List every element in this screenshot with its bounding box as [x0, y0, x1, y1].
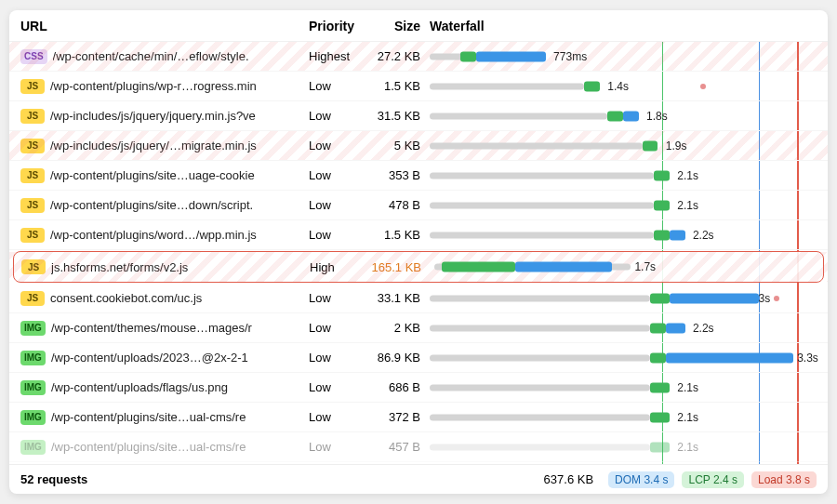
- resource-type-badge: IMG: [20, 410, 46, 425]
- table-row[interactable]: IMG/wp-content/uploads/flags/us.pngLow68…: [9, 373, 828, 403]
- size-cell: 1.5 KB: [365, 228, 430, 242]
- priority-cell: Low: [309, 139, 365, 153]
- waterfall-panel: URL Priority Size Waterfall CSS/wp-conte…: [9, 10, 828, 494]
- priority-cell: Low: [309, 168, 365, 182]
- size-cell: 353 B: [365, 168, 430, 182]
- resource-url: /wp-includes/js/jquery/…migrate.min.js: [50, 139, 257, 153]
- priority-cell: Low: [309, 410, 365, 424]
- waterfall-cell: 2.1s: [430, 161, 817, 190]
- size-cell: 1.5 KB: [365, 79, 430, 93]
- priority-cell: Low: [309, 79, 365, 93]
- size-cell: 372 B: [365, 410, 430, 424]
- priority-cell: High: [310, 260, 365, 274]
- render-block-dot: [774, 296, 779, 301]
- timing-label: 2.1s: [677, 381, 698, 394]
- resource-type-badge: JS: [20, 168, 45, 183]
- size-cell: 86.9 KB: [365, 351, 430, 365]
- table-row[interactable]: JSjs.hsforms.net/forms/v2.jsHigh165.1 KB…: [13, 251, 824, 283]
- waterfall-cell: 1.4s: [430, 72, 817, 100]
- waterfall-cell: 2.2s: [430, 313, 817, 342]
- resource-url: /wp-content/uploads/flags/us.png: [51, 380, 228, 394]
- timing-label: 3.3s: [797, 351, 818, 365]
- lcp-pill: LCP 2.4 s: [682, 471, 743, 488]
- resource-type-badge: JS: [20, 79, 45, 94]
- timing-label: 1.4s: [607, 80, 629, 93]
- resource-type-badge: JS: [20, 291, 45, 306]
- total-size: 637.6 KB: [544, 472, 594, 486]
- table-row[interactable]: CSS/wp-content/cache/min/…eflow/style.Hi…: [9, 42, 828, 72]
- table-row[interactable]: JS/wp-includes/js/jquery/…migrate.min.js…: [9, 131, 828, 161]
- resource-type-badge: IMG: [20, 321, 46, 336]
- waterfall-cell: 3s: [430, 284, 817, 312]
- priority-cell: Low: [309, 321, 365, 335]
- waterfall-cell: 2.1s: [430, 432, 817, 461]
- priority-cell: Low: [309, 228, 365, 242]
- table-row[interactable]: JS/wp-content/plugins/wp-r…rogress.minLo…: [9, 72, 828, 101]
- resource-type-badge: JS: [20, 139, 45, 153]
- table-header: URL Priority Size Waterfall: [9, 10, 828, 42]
- table-row[interactable]: IMG/wp-content/uploads/2023…@2x-2-1Low86…: [9, 343, 828, 373]
- priority-cell: Low: [309, 198, 365, 212]
- size-cell: 5 KB: [365, 139, 430, 153]
- size-cell: 478 B: [365, 198, 430, 212]
- resource-url: /wp-content/cache/min/…eflow/style.: [53, 49, 249, 63]
- table-row[interactable]: IMG/wp-content/plugins/site…ual-cms/reLo…: [9, 432, 828, 462]
- size-cell: 33.1 KB: [365, 291, 430, 305]
- size-cell: 2 KB: [365, 321, 430, 335]
- dom-pill: DOM 3.4 s: [608, 471, 674, 488]
- header-priority[interactable]: Priority: [309, 19, 365, 33]
- timing-label: 1.8s: [646, 110, 668, 123]
- timing-label: 2.1s: [677, 169, 698, 182]
- header-waterfall[interactable]: Waterfall: [430, 10, 817, 41]
- resource-type-badge: CSS: [20, 49, 47, 64]
- resource-type-badge: JS: [20, 109, 45, 124]
- header-size[interactable]: Size: [365, 19, 430, 33]
- table-row[interactable]: JSconsent.cookiebot.com/uc.jsLow33.1 KB3…: [9, 284, 828, 313]
- timing-label: 2.2s: [693, 322, 714, 335]
- table-body: CSS/wp-content/cache/min/…eflow/style.Hi…: [9, 42, 828, 464]
- table-row[interactable]: JS/wp-content/plugins/word…/wpp.min.jsLo…: [9, 220, 828, 250]
- priority-cell: Low: [309, 109, 365, 123]
- size-cell: 31.5 KB: [365, 109, 430, 123]
- table-row[interactable]: JS/wp-content/plugins/site…down/script.L…: [9, 191, 828, 220]
- resource-type-badge: IMG: [20, 380, 46, 395]
- table-row[interactable]: JS/wp-content/plugins/site…uage-cookieLo…: [9, 161, 828, 191]
- waterfall-cell: 2.1s: [430, 373, 817, 402]
- resource-url: /wp-includes/js/jquery/jquery.min.js?ve: [50, 109, 256, 123]
- waterfall-cell: 1.9s: [430, 131, 817, 160]
- footer-bar: 52 requests 637.6 KB DOM 3.4 s LCP 2.4 s…: [9, 464, 828, 494]
- table-row[interactable]: IMG/wp-content/themes/mouse…mages/rLow2 …: [9, 313, 828, 343]
- header-url[interactable]: URL: [20, 19, 309, 33]
- timing-label: 2.2s: [693, 229, 714, 242]
- priority-cell: Low: [309, 440, 365, 454]
- priority-cell: Low: [309, 291, 365, 305]
- waterfall-cell: 1.7s: [431, 252, 816, 282]
- waterfall-cell: 2.1s: [430, 403, 817, 431]
- table-row[interactable]: IMG/wp-content/plugins/site…ual-cms/reLo…: [9, 403, 828, 432]
- resource-url: /wp-content/plugins/site…uage-cookie: [50, 168, 255, 182]
- priority-cell: Low: [309, 380, 365, 394]
- resource-url: /wp-content/plugins/site…down/script.: [50, 198, 253, 212]
- size-cell: 686 B: [365, 380, 430, 394]
- resource-url: js.hsforms.net/forms/v2.js: [51, 260, 188, 274]
- waterfall-cell: 2.2s: [430, 220, 817, 249]
- resource-type-badge: IMG: [20, 440, 46, 455]
- timing-label: 2.1s: [677, 441, 698, 454]
- load-pill: Load 3.8 s: [751, 471, 817, 488]
- size-cell: 165.1 KB: [365, 260, 431, 274]
- timing-label: 1.9s: [666, 139, 687, 153]
- resource-url: /wp-content/uploads/2023…@2x-2-1: [51, 351, 248, 365]
- resource-url: /wp-content/plugins/wp-r…rogress.min: [50, 79, 257, 93]
- resource-url: /wp-content/plugins/site…ual-cms/re: [51, 440, 246, 454]
- table-row[interactable]: JS/wp-includes/js/jquery/jquery.min.js?v…: [9, 101, 828, 131]
- priority-cell: Low: [309, 351, 365, 365]
- resource-url: /wp-content/themes/mouse…mages/r: [51, 321, 252, 335]
- render-block-dot: [700, 84, 706, 89]
- timing-label: 773ms: [553, 50, 587, 63]
- resource-type-badge: JS: [20, 228, 45, 243]
- request-count: 52 requests: [20, 472, 87, 486]
- timing-label: 1.7s: [634, 260, 656, 273]
- resource-url: consent.cookiebot.com/uc.js: [50, 291, 202, 305]
- waterfall-cell: 3.3s: [430, 343, 817, 372]
- waterfall-cell: 2.1s: [430, 191, 817, 219]
